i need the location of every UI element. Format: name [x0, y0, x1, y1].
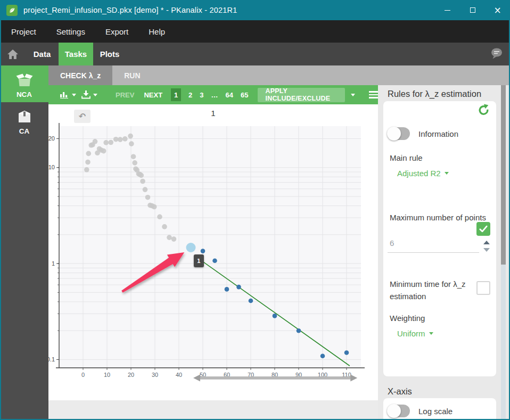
home-button[interactable] [0, 43, 26, 65]
app-logo-icon [6, 5, 18, 16]
log-scale-toggle-row: Log scale [388, 405, 453, 417]
panel-title: Rules for λ_z estimation [388, 89, 481, 99]
tab-check-lambda-z[interactable]: CHECK λ_z [48, 65, 112, 85]
profile-point-excluded[interactable] [157, 215, 162, 220]
profile-point-excluded[interactable] [118, 137, 123, 142]
profile-point-excluded[interactable] [139, 173, 144, 178]
close-button[interactable]: × [485, 0, 510, 20]
tab-run[interactable]: RUN [112, 65, 152, 85]
chevron-down-icon [429, 332, 433, 335]
tab-plots[interactable]: Plots [93, 43, 126, 65]
tab-data[interactable]: Data [26, 43, 59, 65]
plot-menu-button[interactable] [369, 91, 378, 98]
min-time-label: Minimum time for λ_z estimation [390, 278, 471, 302]
spin-up-icon[interactable] [483, 241, 490, 244]
page-button-2[interactable]: 2 [188, 91, 192, 99]
profile-point-excluded[interactable] [101, 149, 106, 154]
min-time-checkbox[interactable] [476, 281, 490, 295]
profile-point-excluded[interactable] [128, 134, 133, 139]
profile-point-excluded[interactable] [85, 160, 91, 165]
profile-point-excluded[interactable] [103, 140, 109, 145]
profile-point-excluded[interactable] [122, 136, 128, 142]
sidebar-item-label: CA [19, 127, 30, 135]
highlighted-point[interactable] [186, 243, 196, 252]
menu-settings[interactable]: Settings [56, 27, 85, 36]
minimize-button[interactable] [435, 0, 460, 20]
lambda-z-point[interactable] [225, 287, 229, 292]
menu-export[interactable]: Export [105, 27, 128, 36]
main-rule-dropdown[interactable]: Adjusted R2 [397, 169, 449, 178]
profile-point-excluded[interactable] [84, 167, 89, 172]
sidebar-item-ca[interactable]: CA [0, 102, 48, 139]
title-bar: project_Remi_infusion_SD.pkx [demo] * - … [0, 0, 510, 20]
slider-left-arrow-icon[interactable] [193, 375, 200, 382]
profile-point-excluded[interactable] [145, 195, 151, 200]
svg-text:20: 20 [48, 135, 55, 142]
log-scale-toggle[interactable] [388, 405, 410, 417]
apply-dropdown-caret-icon[interactable] [351, 94, 355, 96]
information-toggle[interactable] [388, 127, 410, 140]
profile-point-excluded[interactable] [140, 179, 145, 184]
lambda-z-point[interactable] [273, 314, 277, 318]
sidebar-item-label: NCA [17, 90, 32, 98]
check-icon [479, 224, 488, 234]
close-icon: × [493, 6, 501, 15]
x-range-slider[interactable] [200, 376, 351, 380]
slider-right-arrow-icon[interactable] [350, 375, 357, 382]
profile-point-excluded[interactable] [86, 151, 92, 157]
weighting-dropdown[interactable]: Uniform [397, 329, 433, 338]
x-axis-card: Log scale [383, 398, 496, 420]
reset-button[interactable] [478, 104, 490, 118]
main-content: ↶ 1 0102030405060708090100110201010.1 1 [48, 104, 378, 420]
sidebar: NCA CA [0, 65, 48, 420]
profile-point-excluded[interactable] [131, 154, 136, 159]
profile-point-excluded[interactable] [171, 236, 177, 242]
feedback-button[interactable] [490, 47, 503, 62]
page-button-3[interactable]: 3 [200, 91, 203, 99]
page-button-64[interactable]: 64 [226, 91, 233, 99]
prev-page-button[interactable]: PREV [116, 91, 134, 99]
profile-point-excluded[interactable] [129, 141, 134, 146]
tab-tasks[interactable]: Tasks [59, 43, 93, 65]
page-button-65[interactable]: 65 [241, 91, 248, 99]
settings-panel: Rules for λ_z estimation Information Mai… [378, 85, 510, 420]
next-page-button[interactable]: NEXT [144, 91, 162, 99]
panel-scrollbar-thumb[interactable] [501, 85, 506, 265]
page-button-1[interactable]: 1 [171, 88, 181, 101]
profile-point-excluded[interactable] [152, 204, 157, 210]
spin-down-icon[interactable] [483, 248, 490, 252]
profile-point-excluded[interactable] [162, 224, 167, 229]
menu-project[interactable]: Project [11, 27, 36, 36]
profile-point-excluded[interactable] [108, 140, 113, 145]
closed-box-icon [17, 109, 32, 124]
chevron-down-icon [445, 172, 449, 175]
apply-include-exclude-button[interactable]: APPLY INCLUDE/EXCLUDE [258, 88, 345, 102]
lambda-z-point[interactable] [320, 353, 325, 358]
profile-point-excluded[interactable] [132, 160, 137, 166]
chart-panel: ↶ 1 0102030405060708090100110201010.1 1 [48, 104, 378, 400]
max-points-stepper[interactable] [483, 241, 490, 252]
sidebar-item-nca[interactable]: NCA [0, 65, 48, 102]
chevron-down-icon [72, 94, 76, 96]
lambda-z-point[interactable] [344, 350, 349, 355]
maximize-button[interactable] [460, 0, 485, 20]
lambda-z-point[interactable] [249, 299, 253, 303]
chart-svg[interactable]: 0102030405060708090100110201010.1 [48, 104, 378, 400]
chat-bubble-icon [490, 47, 503, 60]
max-points-label: Maximum number of points [390, 213, 486, 222]
lambda-z-point[interactable] [236, 285, 241, 290]
export-plot-button[interactable] [81, 90, 97, 99]
profile-point-excluded[interactable] [167, 235, 172, 240]
max-points-checkbox[interactable] [476, 222, 490, 236]
profile-point-excluded[interactable] [143, 187, 148, 192]
open-box-icon [15, 72, 34, 87]
max-points-input[interactable]: 6 [388, 238, 479, 253]
lambda-z-point[interactable] [212, 259, 217, 263]
plot-type-button[interactable] [60, 91, 76, 98]
window-title: project_Remi_infusion_SD.pkx [demo] * - … [23, 6, 237, 14]
profile-point-excluded[interactable] [93, 139, 98, 144]
lambda-z-point[interactable] [201, 249, 205, 253]
menu-help[interactable]: Help [149, 27, 165, 36]
svg-text:0.1: 0.1 [48, 356, 55, 363]
lambda-z-point[interactable] [297, 328, 301, 333]
